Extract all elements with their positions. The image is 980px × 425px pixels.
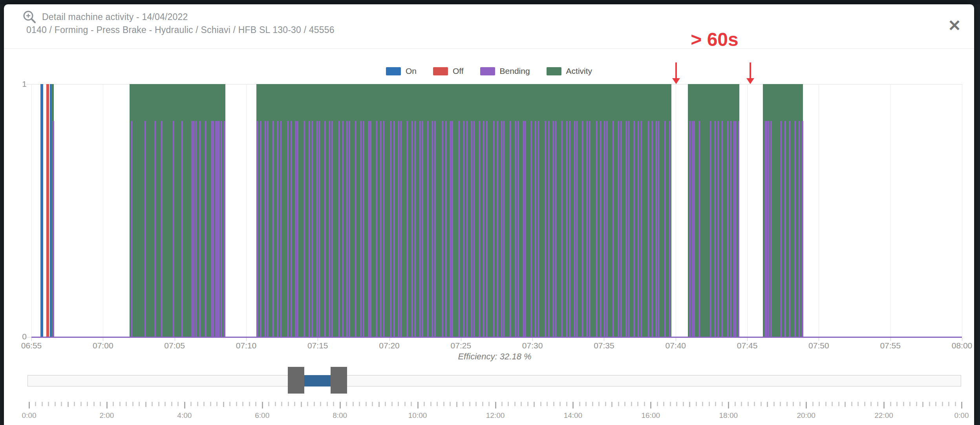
ruler-minor-tick	[547, 402, 548, 406]
bending-line	[205, 121, 207, 337]
ruler-minor-tick	[80, 402, 82, 406]
ruler-minor-tick	[689, 402, 690, 407]
bending-line	[144, 121, 146, 337]
ruler-label: 16:00	[633, 411, 668, 420]
bending-line	[721, 121, 723, 337]
x-axis-tick	[890, 338, 891, 341]
bending-line	[648, 121, 649, 337]
bending-line	[596, 121, 598, 337]
bending-line	[768, 121, 770, 337]
ruler-minor-tick	[165, 402, 166, 406]
bending-line	[331, 121, 333, 337]
bending-line	[318, 121, 320, 337]
bending-line	[309, 121, 310, 337]
legend-item: Activity	[547, 66, 592, 76]
ruler-minor-tick	[469, 402, 470, 406]
ruler-major-tick	[650, 402, 651, 409]
gap-arrow-shaft	[675, 62, 677, 79]
bending-line	[161, 121, 163, 337]
x-axis-label: 07:30	[509, 341, 556, 350]
bending-line	[802, 121, 803, 337]
ruler-minor-tick	[922, 402, 923, 407]
close-icon[interactable]: ✕	[946, 17, 963, 34]
ruler-minor-tick	[372, 402, 373, 406]
ruler-label: 0:00	[944, 411, 979, 420]
ruler-minor-tick	[119, 402, 121, 406]
ruler-minor-tick	[780, 402, 781, 406]
ruler-label: 6:00	[245, 411, 280, 420]
ruler-minor-tick	[534, 402, 535, 407]
x-axis-tick	[819, 338, 819, 341]
bending-line	[638, 121, 639, 337]
ruler-minor-tick	[864, 402, 865, 406]
gridline	[747, 84, 748, 337]
bending-line	[738, 121, 739, 337]
time-range-slider-track[interactable]	[27, 375, 961, 387]
zoom-in-icon	[22, 9, 37, 25]
ruler-minor-tick	[637, 402, 638, 406]
bending-line	[368, 121, 369, 337]
bending-line	[689, 121, 691, 337]
bending-line	[53, 121, 54, 337]
time-range-selected-bar[interactable]	[304, 375, 330, 387]
bending-line	[633, 121, 635, 337]
ruler-minor-tick	[443, 402, 444, 406]
bending-line	[193, 121, 195, 337]
gridline	[676, 84, 676, 337]
bending-line	[604, 121, 605, 337]
ruler-major-tick	[29, 402, 30, 409]
bending-line	[191, 121, 193, 337]
ruler-minor-tick	[475, 402, 477, 406]
slider-handle-right[interactable]	[331, 367, 347, 394]
bending-line	[535, 121, 536, 337]
bending-line	[545, 121, 546, 337]
bending-line	[223, 121, 225, 337]
ruler-minor-tick	[929, 402, 930, 406]
bending-line	[363, 121, 364, 337]
ruler-minor-tick	[948, 402, 949, 406]
off-legend-swatch	[433, 67, 448, 75]
ruler-minor-tick	[702, 402, 703, 406]
ruler-minor-tick	[333, 402, 334, 406]
off-pulse	[46, 84, 49, 337]
ruler-minor-tick	[514, 402, 516, 406]
ruler-minor-tick	[748, 402, 749, 406]
ruler-label: 18:00	[711, 411, 746, 420]
x-axis-label: 07:50	[795, 341, 842, 350]
slider-handle-left[interactable]	[288, 367, 304, 394]
ruler-minor-tick	[139, 402, 140, 406]
ruler-minor-tick	[171, 402, 172, 406]
bending-line	[445, 121, 447, 337]
ruler-minor-tick	[42, 402, 43, 406]
ruler-minor-tick	[722, 402, 723, 406]
bending-line	[717, 121, 719, 337]
ruler-major-tick	[184, 402, 185, 409]
x-axis-tick	[962, 338, 962, 341]
y-axis-label: 1	[9, 79, 27, 89]
gap-arrow-head	[672, 78, 680, 84]
ruler-minor-tick	[301, 402, 302, 407]
background-page-strip	[0, 0, 980, 4]
bending-line	[257, 121, 258, 337]
x-axis-tick	[103, 338, 103, 341]
bending-line	[582, 121, 583, 337]
y-axis-label: 0	[9, 332, 27, 341]
ruler-minor-tick	[825, 402, 826, 406]
bending-line	[486, 121, 488, 337]
ruler-minor-tick	[87, 402, 88, 406]
ruler-minor-tick	[113, 402, 114, 406]
ruler-minor-tick	[890, 402, 891, 406]
legend-item: Off	[433, 66, 464, 76]
bending-line	[212, 121, 214, 337]
ruler-minor-tick	[249, 402, 250, 406]
gridline	[246, 84, 247, 337]
ruler-label: 2:00	[89, 411, 124, 420]
ruler-minor-tick	[74, 402, 75, 406]
bending-line	[770, 121, 772, 337]
ruler-minor-tick	[754, 402, 755, 406]
bending-line	[390, 121, 391, 337]
ruler-minor-tick	[644, 402, 645, 406]
ruler-minor-tick	[288, 402, 289, 406]
ruler-minor-tick	[793, 402, 794, 406]
bending-baseline	[31, 337, 962, 338]
